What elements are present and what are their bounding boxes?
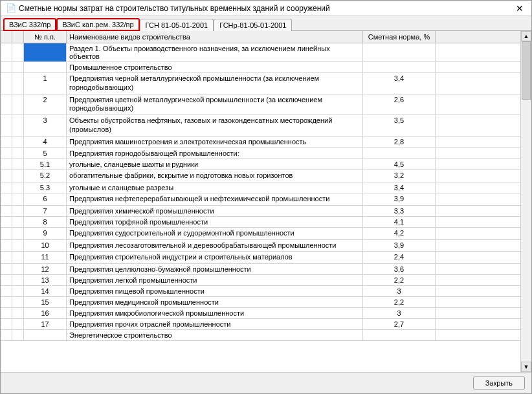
- grid-header-norm[interactable]: Сметная норма, %: [363, 31, 436, 43]
- table-row[interactable]: 16Предприятия микробиологической промышл…: [1, 308, 520, 319]
- tree-toggle[interactable]: [1, 240, 12, 252]
- table-row[interactable]: 6Предприятия нефтеперерабатывающей и неф…: [1, 193, 520, 206]
- table-row[interactable]: 4Предприятия машиностроения и электротех…: [1, 137, 520, 149]
- table-row[interactable]: 10Предприятия лесозаготовительной и дере…: [1, 240, 520, 252]
- close-icon[interactable]: ✕: [513, 3, 526, 14]
- grid-header: № п.п. Наименование видов строительства …: [1, 31, 520, 43]
- tree-toggle[interactable]: [1, 297, 12, 307]
- tree-toggle[interactable]: [1, 73, 12, 94]
- tree-toggle[interactable]: [1, 170, 12, 182]
- cell-num: 7: [24, 206, 67, 216]
- tree-toggle[interactable]: [1, 62, 12, 72]
- cell-num: 5.2: [24, 170, 67, 182]
- cell-num: 12: [24, 264, 67, 274]
- table-row[interactable]: 8Предприятия торфяной промышленности4,1: [1, 217, 520, 228]
- cell-name: Предприятия черной металлургической пром…: [67, 73, 363, 94]
- cell-name: Предприятия химической промышленности: [67, 206, 363, 216]
- cell-norm: 4,5: [363, 159, 436, 170]
- cell-num: 14: [24, 286, 67, 296]
- tree-toggle[interactable]: [1, 217, 12, 227]
- data-grid: № п.п. Наименование видов строительства …: [1, 31, 520, 372]
- tree-toggle[interactable]: [1, 275, 12, 285]
- tab-1[interactable]: ВЗиС кап.рем. 332/пр: [56, 18, 139, 31]
- table-row[interactable]: Промышленное строительство: [1, 62, 520, 73]
- cell-name: Предприятия микробиологической промышлен…: [67, 308, 363, 318]
- table-row[interactable]: 5.2обогатительные фабрики, вскрытие и по…: [1, 170, 520, 182]
- grid-body[interactable]: Раздел 1. Объекты производственного назн…: [1, 43, 520, 372]
- tree-toggle[interactable]: [1, 319, 12, 329]
- tree-toggle[interactable]: [1, 264, 12, 274]
- close-button[interactable]: Закрыть: [473, 377, 525, 389]
- cell-name: Предприятия пищевой промышленности: [67, 286, 363, 296]
- cell-norm: 2,2: [363, 297, 436, 307]
- cell-norm: 3,9: [363, 240, 436, 252]
- tree-toggle[interactable]: [1, 94, 12, 115]
- cell-num: 13: [24, 275, 67, 285]
- tree-toggle[interactable]: [1, 159, 12, 170]
- cell-name: Промышленное строительство: [67, 62, 363, 72]
- sub-indent: [12, 240, 24, 252]
- cell-norm: 3,6: [363, 264, 436, 274]
- cell-num: 17: [24, 319, 67, 329]
- table-row[interactable]: Раздел 1. Объекты производственного назн…: [1, 43, 520, 62]
- tree-toggle[interactable]: [1, 206, 12, 216]
- tree-toggle[interactable]: [1, 308, 12, 318]
- table-row[interactable]: 13Предприятия легкой промышленности2,2: [1, 275, 520, 286]
- table-row[interactable]: 15Предприятия медицинской промышленности…: [1, 297, 520, 308]
- cell-name: Предприятия торфяной промышленности: [67, 217, 363, 227]
- table-row[interactable]: 11Предприятия строительной индустрии и с…: [1, 252, 520, 264]
- tab-0[interactable]: ВЗиС 332/пр: [3, 18, 56, 31]
- cell-num: [24, 62, 67, 72]
- cell-num: 16: [24, 308, 67, 318]
- table-row[interactable]: 5Предприятия горнодобывающей промышленно…: [1, 148, 520, 159]
- sub-indent: [12, 94, 24, 115]
- table-row[interactable]: 14Предприятия пищевой промышленности3: [1, 286, 520, 297]
- cell-num: 11: [24, 252, 67, 263]
- tab-2[interactable]: ГСН 81-05-01-2001: [140, 19, 214, 31]
- table-row[interactable]: 2Предприятия цветной металлургической пр…: [1, 94, 520, 116]
- titlebar: 📄 Сметные нормы затрат на строительство …: [1, 1, 531, 16]
- cell-norm: 4,2: [363, 228, 436, 239]
- cell-num: 4: [24, 137, 67, 148]
- table-row[interactable]: 5.3угольные и сланцевые разрезы3,4: [1, 182, 520, 193]
- cell-name: Предприятия судостроительной и судоремон…: [67, 228, 363, 239]
- grid-header-num[interactable]: № п.п.: [24, 31, 67, 43]
- sub-indent: [12, 275, 24, 285]
- scroll-down-icon[interactable]: ▼: [521, 362, 531, 372]
- tree-toggle[interactable]: [1, 115, 12, 136]
- sub-indent: [12, 193, 24, 205]
- cell-num: 5.1: [24, 159, 67, 170]
- scroll-track[interactable]: [521, 41, 531, 362]
- table-row[interactable]: Энергетическое строительство: [1, 330, 520, 341]
- cell-name: Предприятия машиностроения и электротехн…: [67, 137, 363, 148]
- tree-toggle[interactable]: [1, 182, 12, 193]
- sub-indent: [12, 170, 24, 182]
- sub-indent: [12, 73, 24, 94]
- scroll-thumb[interactable]: [522, 41, 531, 100]
- tree-toggle[interactable]: [1, 137, 12, 148]
- tree-toggle[interactable]: [1, 330, 12, 340]
- cell-norm: 3,4: [363, 73, 436, 94]
- cell-num: 10: [24, 240, 67, 252]
- tree-toggle[interactable]: [1, 286, 12, 296]
- tree-toggle[interactable]: [1, 228, 12, 239]
- table-row[interactable]: 9Предприятия судостроительной и судоремо…: [1, 228, 520, 240]
- scroll-up-icon[interactable]: ▲: [521, 31, 531, 41]
- tree-toggle[interactable]: [1, 252, 12, 263]
- table-row[interactable]: 17Предприятия прочих отраслей промышленн…: [1, 319, 520, 330]
- cell-num: 3: [24, 115, 67, 136]
- tab-3[interactable]: ГСНр-81-05-01-2001: [214, 19, 292, 31]
- tree-toggle[interactable]: [1, 193, 12, 205]
- table-row[interactable]: 3Объекты обустройства нефтяных, газовых …: [1, 115, 520, 137]
- cell-norm: 2,7: [363, 319, 436, 329]
- table-row[interactable]: 1Предприятия черной металлургической про…: [1, 73, 520, 94]
- grid-header-name[interactable]: Наименование видов строительства: [67, 31, 363, 43]
- table-row[interactable]: 12Предприятия целлюлозно-бумажной промыш…: [1, 264, 520, 275]
- tree-toggle[interactable]: [1, 43, 12, 61]
- table-row[interactable]: 5.1угольные, сланцевые шахты и рудники4,…: [1, 159, 520, 170]
- vertical-scrollbar[interactable]: ▲ ▼: [520, 31, 531, 372]
- cell-name: Объекты обустройства нефтяных, газовых и…: [67, 115, 363, 136]
- cell-norm: 3: [363, 286, 436, 296]
- table-row[interactable]: 7Предприятия химической промышленности3,…: [1, 206, 520, 217]
- tree-toggle[interactable]: [1, 148, 12, 159]
